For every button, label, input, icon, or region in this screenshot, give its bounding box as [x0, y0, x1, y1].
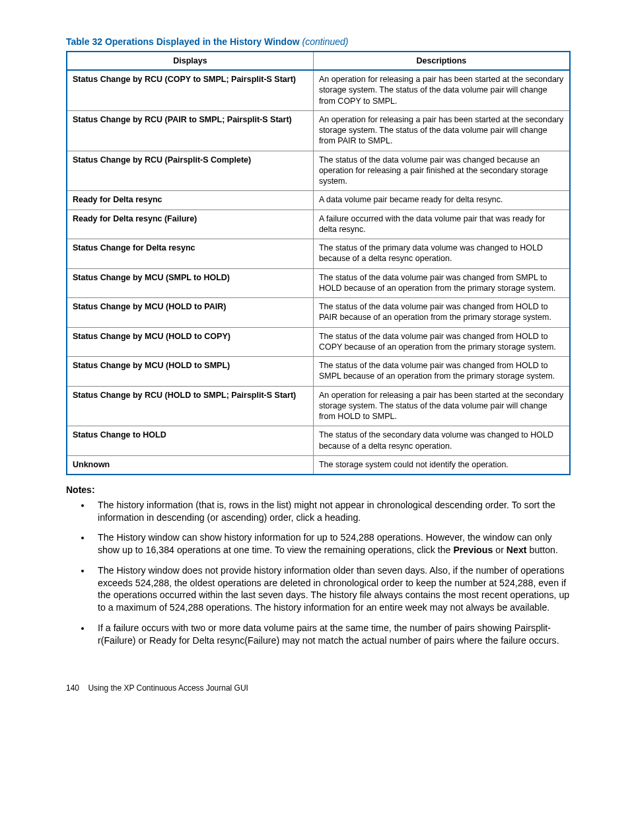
note-item: The history information (that is, rows i…	[91, 499, 571, 523]
table-row: Status Change by RCU (PAIR to SMPL; Pair…	[67, 110, 570, 151]
table-row: Status Change by MCU (HOLD to COPY)The s…	[67, 327, 570, 357]
table-row: Status Change by RCU (HOLD to SMPL; Pair…	[67, 386, 570, 426]
table-header-row: Displays Descriptions	[67, 52, 570, 70]
page-footer: 140 Using the XP Continuous Access Journ…	[66, 683, 571, 693]
displays-cell: Status Change for Delta resync	[67, 239, 313, 269]
displays-cell: Status Change by MCU (SMPL to HOLD)	[67, 268, 313, 298]
notes-list: The history information (that is, rows i…	[66, 499, 571, 646]
footer-title: Using the XP Continuous Access Journal G…	[88, 683, 248, 693]
header-displays: Displays	[67, 52, 313, 70]
displays-cell: Status Change by RCU (COPY to SMPL; Pair…	[67, 70, 313, 110]
description-cell: An operation for releasing a pair has be…	[313, 386, 570, 426]
description-cell: The status of the data volume pair was c…	[313, 151, 570, 191]
page-number: 140	[66, 683, 79, 693]
table-row: Status Change by MCU (SMPL to HOLD)The s…	[67, 268, 570, 298]
table-row: Status Change by MCU (HOLD to SMPL)The s…	[67, 357, 570, 387]
table-row: Ready for Delta resync (Failure)A failur…	[67, 210, 570, 239]
note-item: If a failure occurs with two or more dat…	[91, 622, 571, 646]
displays-cell: Ready for Delta resync (Failure)	[67, 210, 313, 239]
note-text: If a failure occurs with two or more dat…	[98, 623, 559, 646]
displays-cell: Status Change by RCU (Pairsplit-S Comple…	[67, 151, 313, 191]
next-label: Next	[507, 545, 527, 555]
table-row: Ready for Delta resyncA data volume pair…	[67, 191, 570, 210]
table-row: Status Change to HOLDThe status of the s…	[67, 426, 570, 456]
description-cell: The status of the secondary data volume …	[313, 426, 570, 456]
table-caption: Table 32 Operations Displayed in the His…	[66, 36, 571, 47]
table-caption-continued: (continued)	[302, 36, 348, 47]
note-text: or	[493, 545, 507, 555]
description-cell: A data volume pair became ready for delt…	[313, 191, 570, 210]
description-cell: An operation for releasing a pair has be…	[313, 110, 570, 151]
table-caption-main: Table 32 Operations Displayed in the His…	[66, 36, 300, 47]
displays-cell: Ready for Delta resync	[67, 191, 313, 210]
notes-heading: Notes:	[66, 484, 571, 495]
displays-cell: Status Change by MCU (HOLD to PAIR)	[67, 298, 313, 328]
displays-cell: Status Change by MCU (HOLD to SMPL)	[67, 357, 313, 387]
header-descriptions: Descriptions	[313, 52, 570, 70]
table-row: UnknownThe storage system could not iden…	[67, 455, 570, 475]
displays-cell: Status Change to HOLD	[67, 426, 313, 456]
description-cell: The storage system could not identify th…	[313, 455, 570, 475]
description-cell: The status of the data volume pair was c…	[313, 298, 570, 328]
description-cell: The status of the data volume pair was c…	[313, 268, 570, 298]
table-row: Status Change for Delta resyncThe status…	[67, 239, 570, 269]
table-row: Status Change by MCU (HOLD to PAIR)The s…	[67, 298, 570, 328]
table-row: Status Change by RCU (Pairsplit-S Comple…	[67, 151, 570, 191]
description-cell: The status of the data volume pair was c…	[313, 327, 570, 357]
note-text: The History window does not provide hist…	[98, 565, 569, 613]
table-row: Status Change by RCU (COPY to SMPL; Pair…	[67, 70, 570, 110]
note-text: button.	[527, 545, 558, 555]
displays-cell: Status Change by MCU (HOLD to COPY)	[67, 327, 313, 357]
note-item: The History window does not provide hist…	[91, 564, 571, 614]
operations-table: Displays Descriptions Status Change by R…	[66, 51, 571, 475]
displays-cell: Status Change by RCU (HOLD to SMPL; Pair…	[67, 386, 313, 426]
description-cell: A failure occurred with the data volume …	[313, 210, 570, 239]
description-cell: An operation for releasing a pair has be…	[313, 70, 570, 110]
note-text: The history information (that is, rows i…	[98, 500, 555, 523]
note-item: The History window can show history info…	[91, 531, 571, 556]
displays-cell: Unknown	[67, 455, 313, 475]
displays-cell: Status Change by RCU (PAIR to SMPL; Pair…	[67, 110, 313, 151]
description-cell: The status of the data volume pair was c…	[313, 357, 570, 387]
previous-label: Previous	[453, 545, 493, 555]
description-cell: The status of the primary data volume wa…	[313, 239, 570, 269]
